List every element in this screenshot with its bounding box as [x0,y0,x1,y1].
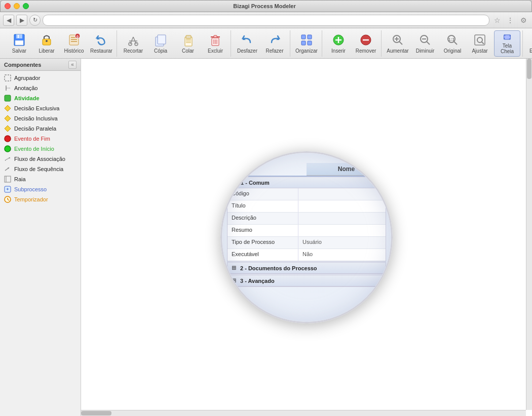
refresh-button[interactable]: ↻ [29,15,41,26]
agrupador-icon [4,74,11,81]
sidebar-item-fluxo-associacao[interactable]: Fluxo de Associação [0,154,81,164]
evento-fim-label: Evento de Fim [14,136,50,142]
aumentar-label: Aumentar [387,48,408,54]
props-value-tipo[interactable]: Usuário [298,237,386,248]
aumentar-icon [391,33,405,47]
diminuir-button[interactable]: Diminuir [412,30,438,57]
refazer-button[interactable]: Refazer [261,30,288,57]
horizontal-scroll-thumb[interactable] [81,411,111,415]
section-comum-label: 1 - Comum [241,180,270,186]
magnifier-content: Nome ▣ 1 - Comum Código [222,153,391,322]
colar-icon [181,33,195,47]
back-button[interactable]: ◀ [3,15,14,26]
toolbar-group-organizar: Organizar [291,30,322,57]
inserir-button[interactable]: Inserir [325,30,352,57]
props-column-header: Nome [307,163,386,176]
remover-icon [359,33,373,47]
liberar-label: Liberar [39,48,54,54]
address-bar[interactable] [43,15,489,26]
sidebar-item-subprocesso[interactable]: + Subprocesso [0,184,81,194]
atividade-icon [4,95,11,102]
desfazer-button[interactable]: Desfazer [234,30,260,57]
section-comum-header[interactable]: ▣ 1 - Comum [227,177,386,188]
liberar-button[interactable]: Liberar [33,30,60,57]
horizontal-scrollbar[interactable] [81,410,526,416]
tela-button[interactable]: TelaCheia [494,30,520,57]
props-value-titulo[interactable] [298,200,386,212]
subprocesso-icon: + [4,186,11,193]
copia-button[interactable]: Cópia [147,30,174,57]
props-row-titulo: Título [227,200,386,213]
forward-button[interactable]: ▶ [16,15,27,26]
vertical-scroll-thumb[interactable] [527,59,531,79]
excluir-button[interactable]: Excluir [202,30,229,57]
sidebar-item-anotacao[interactable]: Anotação [0,83,81,93]
svg-rect-19 [158,35,166,44]
historico-button[interactable]: 0 Histórico [61,30,87,57]
svg-rect-21 [186,35,191,38]
toolbar-group-file: Salvar Liberar 0 Histórico [4,30,117,57]
vertical-scrollbar[interactable] [526,59,532,410]
fluxo-associacao-label: Fluxo de Associação [14,156,65,162]
menu-icon[interactable]: ⋮ [505,15,516,26]
sidebar-item-agrupador[interactable]: Agrupador [0,73,81,83]
magnifier-overlay: Nome ▣ 1 - Comum Código [81,59,532,416]
recortar-label: Recortar [124,48,143,54]
sidebar-header: Componentes « [0,59,81,71]
raia-icon [4,176,11,183]
props-value-codigo[interactable] [298,188,386,200]
bookmark-icon[interactable]: ☆ [491,15,503,26]
organizar-button[interactable]: Organizar [293,30,320,57]
svg-marker-70 [5,126,11,132]
section-documentos-header[interactable]: ⊞ 2 - Documentos do Processo [227,263,386,274]
sidebar-item-decisao-paralela[interactable]: Decisão Paralela [0,123,81,134]
sidebar-item-decisao-exclusiva[interactable]: Decisão Exclusiva [0,103,81,113]
agrupador-label: Agrupador [14,75,40,81]
props-value-executavel[interactable]: Não [298,249,386,261]
svg-rect-2 [15,40,23,45]
close-button[interactable] [5,3,11,9]
sidebar-item-evento-inicio[interactable]: Evento de Início [0,144,81,154]
maximize-button[interactable] [23,3,29,9]
colar-button[interactable]: Colar [175,30,201,57]
exportar-button[interactable]: Exportar [526,30,532,57]
ajustar-button[interactable]: Ajustar [467,30,493,57]
sidebar-item-fluxo-sequencia[interactable]: Fluxo de Sequência [0,164,81,174]
sidebar-item-evento-fim[interactable]: Evento de Fim [0,134,81,144]
raia-label: Raia [14,176,26,182]
fluxo-sequencia-label: Fluxo de Sequência [14,166,63,172]
copia-icon [154,33,168,47]
colar-label: Colar [182,48,194,54]
remover-button[interactable]: Remover [353,30,379,57]
props-key-titulo: Título [227,200,298,212]
svg-rect-34 [308,35,312,39]
minimize-button[interactable] [14,3,20,9]
decisao-exclusiva-label: Decisão Exclusiva [14,105,59,111]
canvas-area[interactable]: Nome ▣ 1 - Comum Código [81,59,532,416]
original-icon: 1:1 [445,33,460,47]
sidebar-item-temporizador[interactable]: Temporizador [0,194,81,204]
sidebar-item-raia[interactable]: Raia [0,174,81,184]
svg-text:+: + [6,187,9,192]
sidebar-collapse-button[interactable]: « [68,61,77,69]
salvar-button[interactable]: Salvar [6,30,32,57]
svg-rect-36 [308,41,312,45]
section-avancado-header[interactable]: ⊞ 3 - Avançado [227,275,386,286]
fluxo-associacao-icon [4,155,11,162]
sidebar-item-decisao-inclusiva[interactable]: Decisão Inclusiva [0,113,81,123]
props-row-descricao: Descrição [227,213,386,225]
svg-rect-64 [5,75,11,81]
settings-icon[interactable]: ⚙ [518,15,529,26]
aumentar-button[interactable]: Aumentar [385,30,411,57]
section-documentos-label: 2 - Documentos do Processo [240,265,317,271]
svg-rect-77 [5,176,11,182]
organizar-label: Organizar [295,48,318,54]
original-button[interactable]: 1:1 Original [439,30,466,57]
recortar-button[interactable]: Recortar [120,30,146,57]
props-row-tipo: Tipo de Processo Usuário [227,237,386,249]
sidebar-item-atividade[interactable]: Atividade [0,93,81,103]
excluir-label: Excluir [208,48,223,54]
restaurar-button[interactable]: Restaurar [88,30,115,57]
props-value-resumo[interactable] [298,225,386,236]
props-value-descricao[interactable] [298,213,386,224]
